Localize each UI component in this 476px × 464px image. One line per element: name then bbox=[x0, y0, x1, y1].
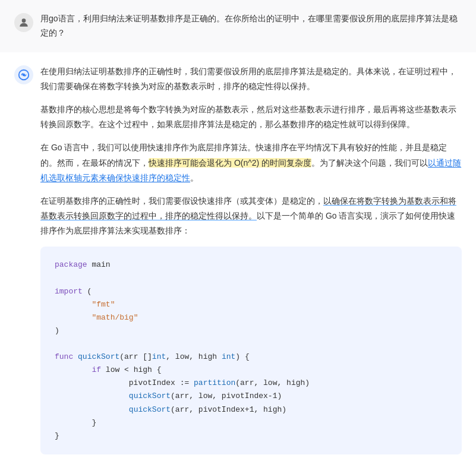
ai-para3-highlight1: 快速排序可能会退化为 O(n^2) 的时间复杂度 bbox=[149, 158, 311, 168]
ai-content: 在使用归纳法证明基数排序的正确性时，我们需要假设所用的底层排序算法是稳定的。具体… bbox=[40, 64, 462, 454]
code-line-5: "math/big" bbox=[55, 311, 447, 324]
ai-para1: 在使用归纳法证明基数排序的正确性时，我们需要假设所用的底层排序算法是稳定的。具体… bbox=[40, 64, 462, 94]
code-line-9: if low < high { bbox=[55, 364, 447, 377]
code-line-4: "fmt" bbox=[55, 298, 447, 311]
ai-para3-suffix2: 。 bbox=[190, 173, 198, 182]
ai-para4-prefix1: 在证明基数排序的正确性时，我们需要假设快速排序（或其变体）是稳定的， bbox=[40, 196, 323, 206]
code-line-6: ) bbox=[55, 324, 447, 337]
ai-para2: 基数排序的核心思想是将每个数字转换为对应的基数表示，然后对这些基数表示进行排序，… bbox=[40, 102, 462, 132]
code-line-12: quickSort(arr, pivotIndex+1, high) bbox=[55, 403, 447, 416]
ai-para3-suffix1: 。为了解决这个问题，我们可以 bbox=[311, 158, 428, 168]
code-line-8: func quickSort(arr []int, low, high int)… bbox=[55, 351, 447, 364]
svg-point-0 bbox=[22, 18, 26, 23]
code-line-1: package main bbox=[55, 258, 447, 272]
user-avatar bbox=[14, 13, 33, 32]
code-line-11: quickSort(arr, low, pivotIndex-1) bbox=[55, 390, 447, 403]
ai-message: 在使用归纳法证明基数排序的正确性时，我们需要假设所用的底层排序算法是稳定的。具体… bbox=[0, 52, 476, 464]
ai-icon bbox=[17, 68, 30, 81]
ai-avatar bbox=[14, 65, 33, 84]
ai-para3: 在 Go 语言中，我们可以使用快速排序作为底层排序算法。快速排序在平均情况下具有… bbox=[40, 140, 462, 185]
code-line-13: } bbox=[55, 416, 447, 430]
conversation-container: 用go语言，利用归纳法来证明基数排序是正确的。在你所给出的证明中，在哪里需要假设… bbox=[0, 0, 476, 464]
code-line-14: } bbox=[55, 430, 447, 443]
code-block: package main import ( "fmt" "math/big" )… bbox=[40, 247, 462, 454]
code-line-blank1 bbox=[55, 272, 447, 285]
svg-point-2 bbox=[23, 73, 26, 76]
user-message-text: 用go语言，利用归纳法来证明基数排序是正确的。在你所给出的证明中，在哪里需要假设… bbox=[40, 12, 462, 40]
code-line-3: import ( bbox=[55, 285, 447, 298]
code-line-blank2 bbox=[55, 337, 447, 351]
user-message: 用go语言，利用归纳法来证明基数排序是正确的。在你所给出的证明中，在哪里需要假设… bbox=[0, 0, 476, 52]
ai-para4: 在证明基数排序的正确性时，我们需要假设快速排序（或其变体）是稳定的，以确保在将数… bbox=[40, 194, 462, 239]
user-icon bbox=[18, 17, 30, 29]
code-line-10: pivotIndex := partition(arr, low, high) bbox=[55, 377, 447, 390]
